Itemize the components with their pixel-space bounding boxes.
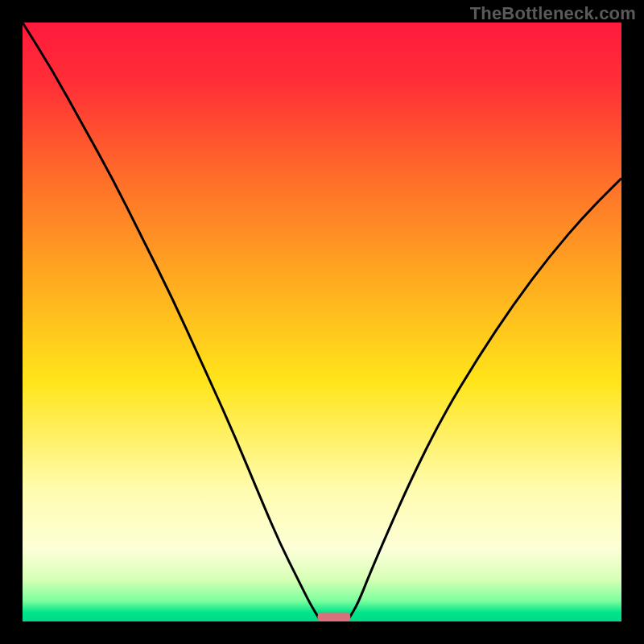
watermark-text: TheBottleneck.com [470, 3, 636, 24]
chart-frame: TheBottleneck.com [0, 0, 644, 644]
minimum-marker [317, 613, 350, 621]
chart-svg [23, 23, 621, 621]
gradient-background [23, 23, 621, 621]
plot-area [23, 23, 621, 621]
